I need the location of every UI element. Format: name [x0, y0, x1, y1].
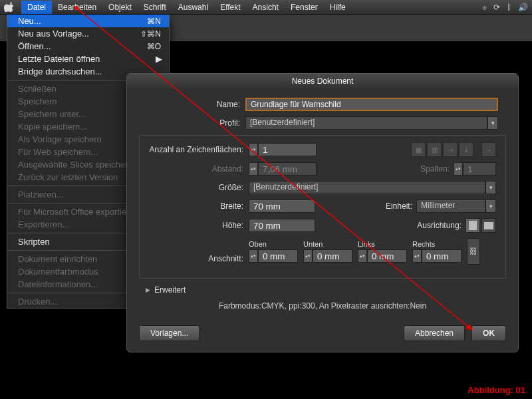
- menu-item-neu[interactable]: Neu...⌘N: [7, 15, 169, 27]
- width-input[interactable]: [249, 200, 315, 213]
- bleed-left-label: Links: [358, 240, 407, 248]
- system-tray: ⟐ ⟳ ᛒ 🔊: [482, 3, 528, 12]
- name-label: Name:: [139, 100, 245, 109]
- bluetooth-icon[interactable]: ᛒ: [507, 3, 511, 12]
- summary-text: Farbmodus:CMYK, ppi:300, An Pixelraster …: [139, 301, 506, 311]
- dropdown-arrow-icon[interactable]: ▾: [487, 116, 498, 130]
- link-bleed-button[interactable]: ⛓: [467, 238, 480, 265]
- columns-label: Spalten:: [420, 164, 454, 174]
- menubar-item-bearbeiten[interactable]: Bearbeiten: [52, 1, 102, 14]
- dropdown-arrow-icon[interactable]: ▾: [485, 181, 496, 194]
- stepper-icon: ▴▾: [249, 162, 258, 176]
- menubar-item-ansicht[interactable]: Ansicht: [247, 1, 285, 14]
- menubar-item-effekt[interactable]: Effekt: [214, 1, 246, 14]
- bleed-top-input[interactable]: [258, 249, 298, 263]
- height-label: Höhe:: [149, 221, 249, 230]
- bleed-top-label: Oben: [249, 240, 298, 248]
- unit-select[interactable]: Millimeter: [416, 200, 485, 213]
- submenu-arrow-icon: ▶: [156, 54, 162, 64]
- stepper-icon[interactable]: ▴▾: [412, 249, 422, 263]
- bleed-label: Anschnitt:: [149, 254, 249, 265]
- menubar-item-fenster[interactable]: Fenster: [285, 1, 324, 14]
- bleed-bottom-label: Unten: [303, 240, 352, 248]
- cancel-button[interactable]: Abbrechen: [404, 325, 465, 341]
- menu-item-neu-vorlage[interactable]: Neu aus Vorlage...⇧⌘N: [7, 27, 169, 40]
- spacing-label: Abstand:: [149, 164, 249, 174]
- settings-panel: Anzahl an Zeichenflächen: ▴▾ ▦ ▥ ⇢ ⇣ → A…: [139, 135, 506, 279]
- sync-icon[interactable]: ⟳: [493, 3, 500, 12]
- artboard-count-label: Anzahl an Zeichenflächen:: [149, 145, 249, 154]
- templates-button[interactable]: Vorlagen...: [139, 325, 200, 341]
- arrange-grid-col-icon: ▥: [427, 142, 442, 157]
- arrange-col-icon: ⇣: [459, 142, 473, 157]
- volume-icon[interactable]: 🔊: [518, 3, 528, 12]
- figure-caption: Abbildung: 01: [467, 385, 525, 395]
- disclosure-triangle-icon: ▶: [146, 287, 150, 293]
- advanced-disclosure[interactable]: ▶ Erweitert: [146, 285, 506, 295]
- orientation-label: Ausrichtung:: [417, 221, 466, 230]
- bleed-right-label: Rechts: [412, 240, 462, 248]
- dialog-title: Neues Dokument: [127, 74, 518, 88]
- stepper-icon[interactable]: ▴▾: [358, 249, 367, 263]
- advanced-label: Erweitert: [154, 285, 186, 295]
- dropbox-icon[interactable]: ⟐: [482, 3, 487, 12]
- orientation-portrait-button[interactable]: [466, 218, 480, 233]
- spacing-input: [258, 162, 317, 176]
- apple-logo-icon: [4, 1, 16, 13]
- stepper-icon[interactable]: ▴▾: [303, 249, 313, 263]
- portrait-page-icon: [469, 221, 477, 230]
- bleed-right-input[interactable]: [422, 249, 462, 263]
- menubar-item-auswahl[interactable]: Auswahl: [172, 1, 214, 14]
- arrange-rtl-icon: →: [481, 142, 496, 157]
- ok-button[interactable]: OK: [471, 325, 506, 341]
- stepper-icon[interactable]: ▴▾: [249, 143, 258, 156]
- menubar-item-objekt[interactable]: Objekt: [102, 1, 138, 14]
- profile-label: Profil:: [139, 118, 245, 128]
- new-document-dialog: Neues Dokument Name: Profil: [Benutzerde…: [126, 73, 519, 352]
- menu-item-letzte-dateien[interactable]: Letzte Dateien öffnen▶: [7, 53, 169, 65]
- landscape-page-icon: [484, 222, 493, 229]
- bleed-left-input[interactable]: [367, 249, 407, 263]
- arrange-row-icon: ⇢: [443, 142, 458, 157]
- dropdown-arrow-icon[interactable]: ▾: [485, 200, 496, 213]
- link-icon: ⛓: [469, 247, 477, 256]
- stepper-icon: ▴▾: [454, 162, 463, 176]
- menubar: Datei Bearbeiten Objekt Schrift Auswahl …: [0, 0, 532, 15]
- name-input[interactable]: [245, 98, 498, 111]
- unit-label: Einheit:: [386, 201, 416, 211]
- arrange-grid-row-icon: ▦: [411, 142, 426, 157]
- width-label: Breite:: [149, 201, 249, 211]
- artboard-count-input[interactable]: [258, 143, 317, 156]
- height-input[interactable]: [249, 219, 315, 232]
- profile-select[interactable]: [Benutzerdefiniert]: [245, 116, 487, 130]
- orientation-landscape-button[interactable]: [481, 218, 496, 233]
- size-select[interactable]: [Benutzerdefiniert]: [249, 181, 485, 194]
- bleed-bottom-input[interactable]: [313, 249, 352, 263]
- menu-item-oeffnen[interactable]: Öffnen...⌘O: [7, 40, 169, 53]
- menubar-item-schrift[interactable]: Schrift: [138, 1, 172, 14]
- columns-input: [463, 162, 496, 176]
- stepper-icon[interactable]: ▴▾: [249, 249, 258, 263]
- menubar-item-datei[interactable]: Datei: [21, 1, 52, 14]
- menubar-item-hilfe[interactable]: Hilfe: [324, 1, 352, 14]
- size-label: Größe:: [149, 183, 249, 192]
